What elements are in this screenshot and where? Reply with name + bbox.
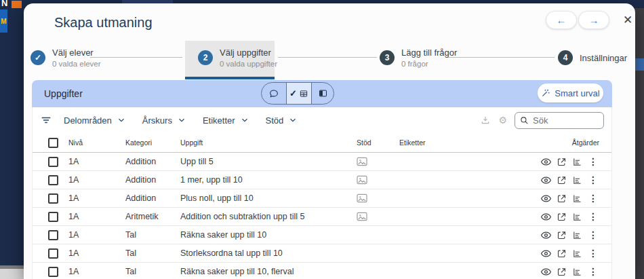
cell-uppgift: 1 mer, upp till 10 xyxy=(180,175,357,185)
row-checkbox[interactable] xyxy=(48,267,58,277)
kebab-menu-icon[interactable]: ⋮ xyxy=(587,155,599,168)
filter-toolbar: Delområden Årskurs Etiketter Stöd xyxy=(33,107,611,133)
bar-chart-icon[interactable] xyxy=(571,192,584,204)
cell-stod xyxy=(357,175,399,185)
step-number-badge: 4 xyxy=(558,50,573,65)
chevron-down-icon xyxy=(288,115,298,125)
filter-delomraden[interactable]: Delområden xyxy=(64,115,126,126)
panel-title: Uppgifter xyxy=(44,88,83,99)
filter-etiketter[interactable]: Etiketter xyxy=(203,115,249,126)
table-row: 1AAddition1 mer, upp till 10⋮ xyxy=(33,171,611,189)
uppgifter-panel-body: Delområden Årskurs Etiketter Stöd xyxy=(32,107,612,279)
cell-atgarder: ⋮ xyxy=(540,247,599,259)
toolbar-right: ⚙ xyxy=(480,112,611,129)
step-valj-elever[interactable]: ✓ Välj elever 0 valda elever xyxy=(31,43,101,73)
bar-chart-icon[interactable] xyxy=(571,229,584,241)
step-number-badge: 3 xyxy=(380,50,395,65)
open-in-new-icon[interactable] xyxy=(555,155,567,168)
kebab-menu-icon[interactable]: ⋮ xyxy=(587,210,599,223)
table-grid-icon xyxy=(299,89,308,98)
open-in-new-icon[interactable] xyxy=(555,174,567,186)
step-sublabel: 0 valda elever xyxy=(52,59,101,69)
filter-label: Stöd xyxy=(266,115,284,126)
background-orange-badge xyxy=(12,1,22,8)
cell-niva: 1A xyxy=(68,248,125,258)
cell-niva: 1A xyxy=(68,193,125,203)
column-header-uppgift: Uppgift xyxy=(180,138,357,147)
preview-eye-icon[interactable] xyxy=(540,247,552,259)
row-checkbox[interactable] xyxy=(48,193,58,204)
preview-eye-icon[interactable] xyxy=(540,174,552,186)
filter-icon[interactable] xyxy=(40,114,52,126)
cell-atgarder: ⋮ xyxy=(540,174,599,186)
smart-urval-label: Smart urval xyxy=(555,88,599,98)
open-in-new-icon[interactable] xyxy=(555,229,567,241)
bar-chart-icon[interactable] xyxy=(571,155,584,168)
preview-eye-icon[interactable] xyxy=(540,265,552,278)
kebab-menu-icon[interactable]: ⋮ xyxy=(587,174,599,186)
download-icon[interactable] xyxy=(480,115,491,126)
row-checkbox[interactable] xyxy=(48,230,58,240)
background-sidebar-letter: M xyxy=(0,10,7,33)
open-in-new-icon[interactable] xyxy=(555,210,567,223)
open-in-new-icon[interactable] xyxy=(555,247,567,259)
filter-arskurs[interactable]: Årskurs xyxy=(142,115,186,126)
view-toggle-comments[interactable] xyxy=(262,83,286,104)
cell-atgarder: ⋮ xyxy=(540,265,599,278)
preview-eye-icon[interactable] xyxy=(540,229,552,241)
step-installningar[interactable]: 4 Inställningar xyxy=(558,43,627,73)
view-toggle-side-table[interactable] xyxy=(312,83,334,104)
check-icon: ✓ xyxy=(289,88,297,98)
select-all-checkbox[interactable] xyxy=(48,138,58,148)
smart-urval-button[interactable]: Smart urval xyxy=(538,83,603,103)
filter-stod[interactable]: Stöd xyxy=(266,115,298,126)
search-input[interactable] xyxy=(533,115,594,126)
cell-kategori: Aritmetik xyxy=(125,212,180,221)
close-button[interactable]: ✕ xyxy=(620,12,635,27)
cell-niva: 1A xyxy=(68,157,125,166)
step-sublabel: 0 valda uppgifter xyxy=(220,59,277,69)
back-button[interactable]: ← xyxy=(546,11,577,29)
step-number-badge: 2 xyxy=(198,50,213,65)
row-checkbox[interactable] xyxy=(48,157,58,167)
step-lagg-till-fragor[interactable]: 3 Lägg till frågor 0 frågor xyxy=(380,43,457,73)
bar-chart-icon[interactable] xyxy=(571,210,584,223)
table-header-row: Nivå Kategori Uppgift Stöd Etiketter Åtg… xyxy=(33,133,611,153)
bar-chart-icon[interactable] xyxy=(571,174,584,186)
filter-label: Etiketter xyxy=(203,115,235,126)
search-box xyxy=(515,112,604,129)
kebab-menu-icon[interactable]: ⋮ xyxy=(587,192,599,204)
row-checkbox[interactable] xyxy=(48,248,58,259)
view-toggle-table-selected[interactable]: ✓ xyxy=(286,83,312,104)
cell-uppgift: Plus noll, upp till 10 xyxy=(180,193,357,203)
close-icon: ✕ xyxy=(623,13,632,27)
column-header-atgarder: Åtgärder xyxy=(540,138,599,147)
preview-eye-icon[interactable] xyxy=(540,155,552,168)
row-checkbox[interactable] xyxy=(48,175,58,185)
cell-kategori: Addition xyxy=(125,157,180,166)
kebab-menu-icon[interactable]: ⋮ xyxy=(587,247,599,259)
preview-eye-icon[interactable] xyxy=(540,192,552,204)
magic-wand-icon xyxy=(541,88,550,98)
preview-eye-icon[interactable] xyxy=(540,210,552,223)
kebab-menu-icon[interactable]: ⋮ xyxy=(587,229,599,241)
row-checkbox[interactable] xyxy=(48,212,58,222)
bar-chart-icon[interactable] xyxy=(571,247,584,259)
step-label: Välj uppgifter xyxy=(220,48,277,58)
background-right-accent xyxy=(635,58,644,71)
stepper-connector xyxy=(90,57,182,58)
open-in-new-icon[interactable] xyxy=(555,192,567,204)
cell-niva: 1A xyxy=(68,267,125,276)
image-support-icon xyxy=(357,157,367,166)
bar-chart-icon[interactable] xyxy=(571,265,584,278)
gear-icon[interactable]: ⚙ xyxy=(498,115,507,125)
step-valj-uppgifter[interactable]: 2 Välj uppgifter 0 valda uppgifter xyxy=(198,43,277,73)
forward-button[interactable]: → xyxy=(578,11,609,29)
stepper-connector xyxy=(447,57,555,58)
table-row: 1AAdditionPlus noll, upp till 10⋮ xyxy=(33,189,611,208)
open-in-new-icon[interactable] xyxy=(555,265,567,278)
cell-uppgift: Addition och subtraktion upp till 5 xyxy=(180,212,357,221)
image-support-icon xyxy=(357,212,367,221)
background-left-footer xyxy=(0,269,24,279)
kebab-menu-icon[interactable]: ⋮ xyxy=(587,265,599,278)
